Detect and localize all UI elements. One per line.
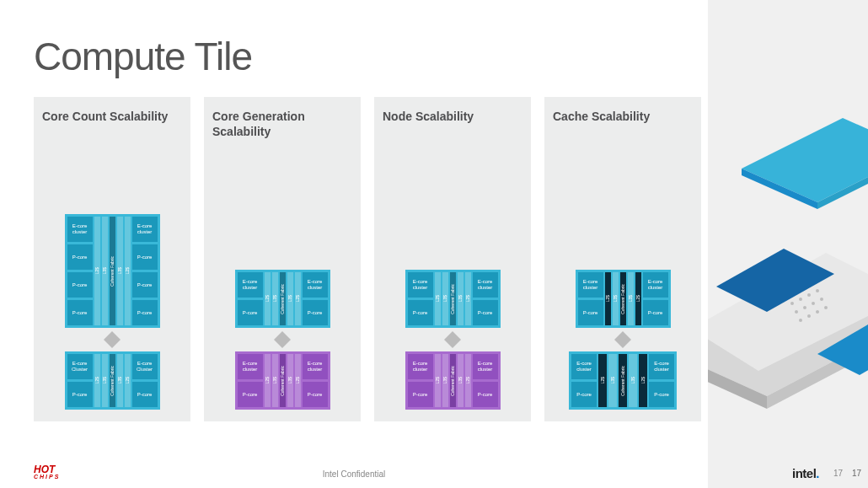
die-small: E-core Cluster P-core L2$ L3$ Coherent F… <box>65 351 160 410</box>
ecore-block: E-core cluster <box>408 354 433 379</box>
fabric-label: Coherent Fabric <box>110 256 115 287</box>
fabric-label: Coherent Fabric <box>280 284 285 314</box>
ecore-block: E-core cluster <box>578 272 603 298</box>
svg-point-14 <box>807 293 811 297</box>
svg-marker-5 <box>444 340 461 348</box>
column-cache: Cache Scalability E-core cluster P-core … <box>544 97 701 421</box>
l3-label: L3$ <box>117 377 122 383</box>
l3-label: L3$ <box>458 295 463 302</box>
ecore-block: E-core cluster <box>643 272 668 298</box>
l2-label: L2$ <box>94 377 99 383</box>
pcore-block: P-core <box>408 300 433 325</box>
swap-icon <box>613 331 633 348</box>
l3-label: L3$ <box>287 295 292 302</box>
swap-icon <box>272 331 292 348</box>
svg-marker-1 <box>104 340 121 348</box>
page-number: 17 <box>833 469 843 478</box>
die-cache-b: E-core cluster P-core L2$ L3$ Coherent F… <box>569 351 677 410</box>
pcore-block: P-core <box>571 382 597 407</box>
svg-point-22 <box>816 310 819 314</box>
page-number-2: 17 <box>852 469 861 478</box>
l2-label: L2$ <box>465 295 470 302</box>
l2-label: L2$ <box>125 267 130 274</box>
ecore-block: E-core cluster <box>132 217 158 242</box>
swap-icon <box>442 331 463 348</box>
pcore-block: P-core <box>67 382 93 407</box>
ecore-block: E-core cluster <box>238 354 263 379</box>
l3-label: L3$ <box>610 377 615 383</box>
l2-label: L2$ <box>435 377 440 383</box>
svg-point-13 <box>799 298 802 301</box>
l3-label: L3$ <box>442 377 447 383</box>
l2-label: L2$ <box>605 295 610 302</box>
pcore-block: P-core <box>132 382 158 407</box>
ecore-block: E-core cluster <box>408 272 433 298</box>
l2-label: L2$ <box>435 295 440 302</box>
pcore-block: P-core <box>67 272 93 298</box>
svg-point-15 <box>816 289 819 292</box>
l2-label: L2$ <box>295 377 300 383</box>
svg-marker-0 <box>104 331 121 340</box>
l2-label: L2$ <box>265 377 270 383</box>
l2-label: L2$ <box>635 295 640 302</box>
ecore-block: E-core cluster <box>649 354 674 379</box>
column-title: Node Scalability <box>383 109 522 155</box>
diagram-group: E-core cluster P-core P-core P-core L2$ … <box>42 162 182 410</box>
pcore-block: P-core <box>303 382 328 407</box>
pcore-block: P-core <box>132 244 158 270</box>
fabric-label: Coherent Fabric <box>110 366 115 396</box>
l3-label: L3$ <box>287 377 292 383</box>
hot-line2: CHIPS <box>34 475 60 480</box>
svg-marker-2 <box>274 331 291 340</box>
intel-logo: intel. <box>792 466 819 480</box>
pcore-block: P-core <box>238 300 263 325</box>
l3-label: L3$ <box>630 377 635 383</box>
confidential-label: Intel Confidential <box>323 469 386 479</box>
pcore-block: P-core <box>67 244 93 270</box>
die-node-a: E-core cluster P-core L2$ L3$ Coherent F… <box>405 270 501 328</box>
l2-label: L2$ <box>125 377 130 383</box>
l3-label: L3$ <box>272 295 277 302</box>
column-node: Node Scalability E-core cluster P-core L… <box>374 97 531 421</box>
pcore-block: P-core <box>649 382 674 407</box>
hotchips-logo: HOT CHIPS <box>34 465 60 480</box>
die-node-b: E-core cluster P-core L2$ L3$ Coherent F… <box>405 351 501 410</box>
die-cache-a: E-core cluster P-core L2$ L3$ Coherent F… <box>576 270 671 328</box>
logo-dot: . <box>816 466 819 480</box>
diagram-group: E-core cluster P-core L2$ L3$ Coherent F… <box>383 162 522 410</box>
ecore-block: E-core Cluster <box>132 354 158 379</box>
die-large: E-core cluster P-core P-core P-core L2$ … <box>65 214 160 328</box>
ecore-block: E-core cluster <box>303 272 328 298</box>
ecore-block: E-core cluster <box>303 354 328 379</box>
column-core-count: Core Count Scalability E-core cluster P-… <box>34 97 190 421</box>
svg-point-19 <box>820 298 823 301</box>
l2-label: L2$ <box>94 267 99 274</box>
pcore-block: P-core <box>67 300 93 325</box>
svg-point-20 <box>799 319 802 322</box>
column-title: Core Generation Scalability <box>212 109 352 155</box>
svg-point-12 <box>790 302 794 305</box>
diagram-group: E-core cluster P-core L2$ L3$ Coherent F… <box>553 162 693 410</box>
l3-label: L3$ <box>613 295 618 302</box>
l2-label: L2$ <box>295 295 300 302</box>
pcore-block: P-core <box>408 382 433 407</box>
pcore-block: P-core <box>238 382 263 407</box>
svg-point-23 <box>824 306 828 309</box>
pcore-block: P-core <box>643 300 668 325</box>
svg-point-21 <box>807 314 811 318</box>
l3-label: L3$ <box>117 267 122 274</box>
isometric-package-art <box>708 0 868 488</box>
l3-label: L3$ <box>102 267 107 274</box>
fabric-label: Coherent Fabric <box>620 366 625 396</box>
pcore-block: P-core <box>303 300 328 325</box>
l3-label: L3$ <box>458 377 463 383</box>
l3-label: L3$ <box>272 377 277 383</box>
fabric-label: Coherent Fabric <box>450 284 455 314</box>
l2-label: L2$ <box>640 377 646 383</box>
slide-title: Compute Tile <box>34 34 252 79</box>
ecore-block: E-core cluster <box>473 354 498 379</box>
svg-marker-3 <box>274 340 291 348</box>
ecore-block: E-core cluster <box>238 272 263 298</box>
column-title: Core Count Scalability <box>42 109 182 155</box>
pcore-block: P-core <box>473 300 498 325</box>
